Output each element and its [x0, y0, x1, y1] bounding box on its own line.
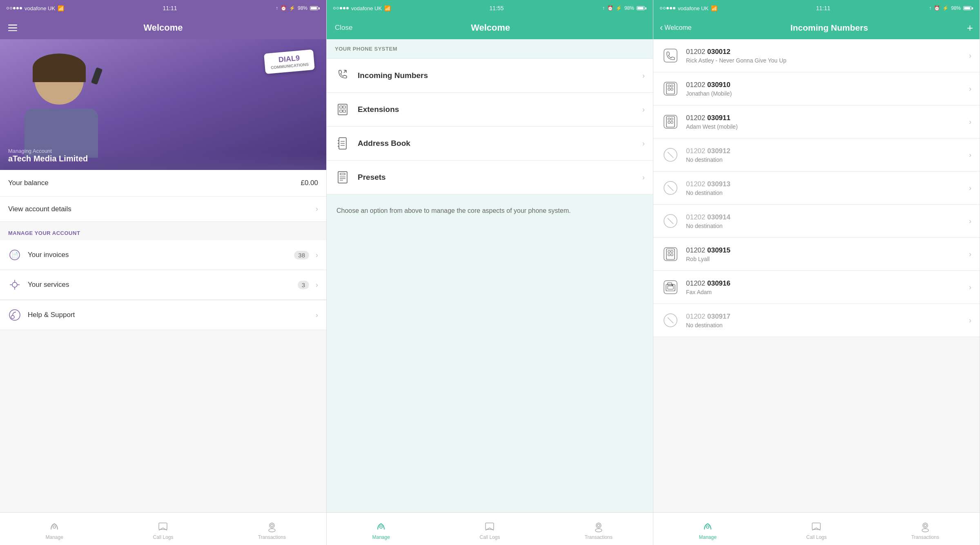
chevron-030916: ›	[969, 283, 971, 292]
hero-overlay: Managing Account aTech Media Limited	[0, 141, 326, 170]
incoming-number-item[interactable]: 01202 030911 Adam West (mobile) ›	[653, 105, 980, 138]
incoming-numbers-menu-item[interactable]: Incoming Numbers ›	[327, 59, 653, 93]
incoming-numbers-icon	[335, 68, 350, 83]
help-support-menu-item[interactable]: Help & Support ›	[0, 300, 326, 330]
location-icon: ↑	[276, 5, 278, 11]
close-label: Close	[335, 24, 352, 32]
incoming-numbers-chevron: ›	[642, 71, 645, 80]
chevron-030911: ›	[969, 118, 971, 126]
no-dest-icon-030917	[662, 311, 679, 329]
name-030915: Rob Lyall	[686, 256, 969, 262]
tab-calllogs-1[interactable]: Call Logs	[109, 518, 217, 540]
calllogs-tab-icon-3	[811, 521, 822, 533]
help-left: Help & Support	[8, 308, 75, 322]
add-number-button[interactable]: +	[967, 22, 973, 34]
number-info-030915: 01202 030915 Rob Lyall	[686, 246, 969, 262]
incoming-number-item[interactable]: 01202 030914 No destination ›	[653, 205, 980, 238]
address-book-menu-item[interactable]: Address Book ›	[327, 127, 653, 161]
dot5	[20, 7, 22, 9]
incoming-number-item[interactable]: 01202 030913 No destination ›	[653, 172, 980, 205]
invoices-chevron: ›	[316, 251, 318, 259]
dot2	[663, 7, 666, 9]
incoming-number-item[interactable]: 01202 030916 Fax Adam ›	[653, 271, 980, 304]
help-icon	[8, 308, 21, 322]
incoming-number-item[interactable]: 01202 030917 No destination ›	[653, 304, 980, 337]
tab-transactions-3[interactable]: Transactions	[871, 518, 980, 540]
tab-manage-3[interactable]: Manage	[653, 518, 762, 540]
time-display-3: 11:11	[816, 5, 831, 11]
tab-calllogs-3[interactable]: Call Logs	[762, 518, 871, 540]
presets-icon	[335, 170, 350, 185]
nav-bar-1: Welcome	[0, 16, 326, 39]
svg-text:📄: 📄	[11, 252, 19, 259]
presets-menu-item[interactable]: Presets ›	[327, 161, 653, 194]
number-030917: 01202 030917	[686, 313, 969, 321]
incoming-numbers-left: Incoming Numbers	[335, 68, 428, 83]
manage-tab-icon	[49, 521, 60, 533]
invoices-menu-item[interactable]: 📄 Your invoices 38 ›	[0, 240, 326, 270]
number-030916: 01202 030916	[686, 279, 969, 288]
carrier-signal: vodafone UK 📶	[7, 5, 64, 11]
tab-calllogs-label-1: Call Logs	[153, 534, 173, 540]
ext-routing-icon-030910	[662, 80, 679, 98]
tab-calllogs-2[interactable]: Call Logs	[435, 518, 544, 540]
account-label: Managing Account	[8, 148, 318, 154]
incoming-numbers-list: 01202 030012 Rick Astley - Never Gonna G…	[653, 39, 980, 545]
presets-left: Presets	[335, 170, 386, 185]
no-dest-icon-030914	[662, 212, 679, 230]
services-badge: 3	[298, 281, 309, 289]
svg-line-66	[668, 317, 673, 323]
tab-transactions-1[interactable]: Transactions	[218, 518, 326, 540]
incoming-number-item[interactable]: 01202 030912 No destination ›	[653, 138, 980, 172]
address-book-left: Address Book	[335, 136, 410, 151]
incoming-number-item[interactable]: 01202 030915 Rob Lyall ›	[653, 238, 980, 271]
status-right-2: ↑ ⏰ ⚡ 98%	[602, 5, 646, 11]
number-030912: 01202 030912	[686, 147, 969, 155]
svg-point-10	[270, 523, 274, 528]
tab-transactions-2[interactable]: Transactions	[544, 518, 653, 540]
alarm-icon-3: ⏰	[934, 5, 940, 11]
svg-rect-41	[671, 88, 673, 90]
number-info-030913: 01202 030913 No destination	[686, 180, 969, 196]
tab-manage-2[interactable]: Manage	[327, 518, 435, 540]
bluetooth-icon-2: ⚡	[616, 5, 622, 11]
svg-rect-45	[671, 118, 673, 120]
carrier-name: vodafone UK	[24, 5, 55, 11]
close-button[interactable]: Close	[335, 24, 352, 32]
tab-manage-label-1: Manage	[45, 534, 63, 540]
number-prefix: 01202	[686, 147, 707, 155]
extensions-icon	[335, 102, 350, 117]
hamburger-icon[interactable]	[8, 25, 20, 31]
status-bar-2: vodafone UK 📶 11:55 ↑ ⏰ ⚡ 98%	[327, 0, 653, 16]
status-bar-3: vodafone UK 📶 11:11 ↑ ⏰ ⚡ 98%	[653, 0, 980, 16]
extensions-menu-item[interactable]: Extensions ›	[327, 93, 653, 127]
back-button-3[interactable]: ‹ Welcome	[660, 22, 692, 33]
number-info-030012: 01202 030012 Rick Astley - Never Gonna G…	[686, 48, 969, 64]
dot2	[10, 7, 12, 9]
chevron-030913: ›	[969, 184, 971, 192]
dot1	[7, 7, 9, 9]
svg-rect-36	[664, 82, 677, 95]
time-display-2: 11:55	[490, 5, 504, 11]
number-prefix: 01202	[686, 180, 707, 188]
invoice-icon: 📄	[8, 248, 21, 261]
alarm-icon: ⏰	[281, 5, 287, 11]
svg-rect-15	[343, 106, 345, 108]
svg-point-12	[269, 529, 275, 532]
number-030914: 01202 030914	[686, 213, 969, 221]
incoming-number-item[interactable]: 01202 030910 Jonathan (Mobile) ›	[653, 72, 980, 105]
address-book-label: Address Book	[358, 139, 410, 148]
services-icon	[8, 278, 21, 291]
view-account-button[interactable]: View account details ›	[0, 197, 326, 222]
view-account-label: View account details	[8, 205, 71, 213]
incoming-number-item[interactable]: 01202 030012 Rick Astley - Never Gonna G…	[653, 39, 980, 72]
svg-rect-2	[8, 30, 17, 31]
svg-rect-43	[666, 116, 675, 127]
location-icon-2: ↑	[602, 5, 605, 11]
tab-manage-1[interactable]: Manage	[0, 518, 109, 540]
bottom-tab-bar-2: Manage Call Logs Transactions	[327, 512, 653, 545]
svg-rect-26	[340, 173, 345, 175]
services-menu-item[interactable]: Your services 3 ›	[0, 270, 326, 300]
dot4	[343, 7, 345, 9]
number-030913: 01202 030913	[686, 180, 969, 188]
